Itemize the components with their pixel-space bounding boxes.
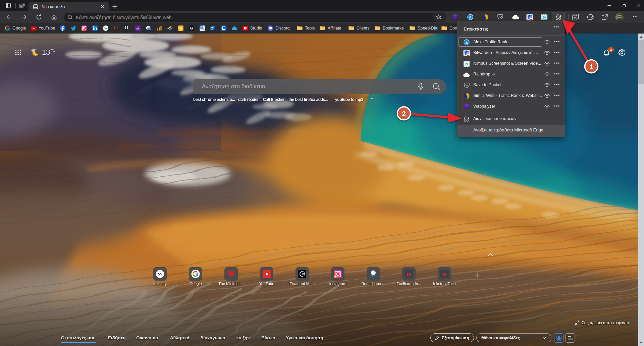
svg-text:a: a	[469, 15, 472, 19]
svg-text:w: w	[179, 26, 182, 30]
svg-text:N: N	[543, 15, 546, 20]
svg-text:文: 文	[200, 26, 203, 28]
svg-text:te: te	[407, 271, 411, 277]
svg-text:N: N	[465, 62, 468, 66]
svg-text:G: G	[190, 26, 193, 30]
svg-text:A: A	[202, 28, 204, 31]
svg-text:te: te	[442, 271, 447, 277]
